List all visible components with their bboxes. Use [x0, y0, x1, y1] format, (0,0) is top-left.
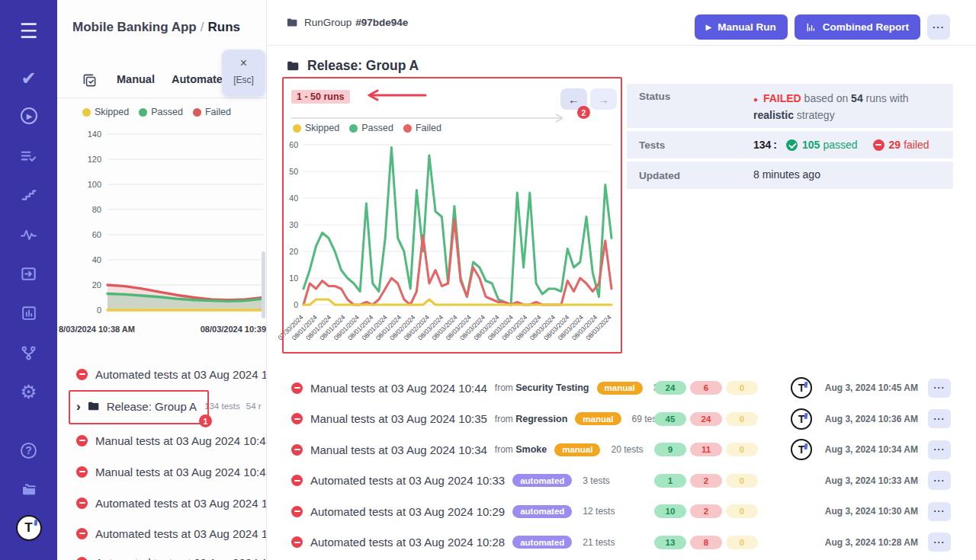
- run-title[interactable]: Manual tests at 03 Aug 2024 10:34: [310, 443, 487, 456]
- run-menu-button[interactable]: ···: [928, 409, 951, 428]
- result-pills: 2460: [654, 381, 758, 395]
- report-chart-icon: [806, 22, 817, 33]
- folder-icon: [87, 400, 99, 412]
- skipped-pill: 0: [726, 474, 758, 488]
- testomat-logo-icon: T: [791, 377, 812, 398]
- main-header: RunGroup #97bde94e ▶Manual Run Combined …: [267, 0, 976, 46]
- steps-icon[interactable]: [0, 182, 57, 208]
- legend-passed: Passed: [139, 107, 183, 117]
- app-sidebar: ☰ ✔ ▶ ⚙ ? T: [0, 0, 57, 560]
- run-timestamp: Aug 3, 2024 10:45 AM: [825, 382, 918, 393]
- failed-status-icon: [291, 413, 303, 424]
- left-run-group-item[interactable]: ›Release: Group A134 tests54 r: [57, 397, 266, 415]
- run-title: Manual tests at 03 Aug 2024 10:42: [95, 466, 266, 478]
- run-row[interactable]: Automated tests at 03 Aug 2024 10:33auto…: [267, 466, 976, 497]
- run-menu-button[interactable]: ···: [928, 440, 951, 459]
- run-type-badge: automated: [512, 505, 572, 518]
- run-row[interactable]: Automated tests at 03 Aug 2024 10:29auto…: [267, 496, 976, 527]
- left-run-item[interactable]: Automated tests at 03 Aug 2024 10: [57, 553, 266, 560]
- check-icon[interactable]: ✔: [0, 66, 57, 91]
- chevron-right-icon[interactable]: ›: [76, 400, 81, 413]
- run-row[interactable]: Manual tests at 03 Aug 2024 10:34from Sm…: [267, 434, 976, 466]
- passed-pill: 24: [654, 381, 686, 395]
- svg-text:0: 0: [294, 300, 298, 309]
- svg-text:50: 50: [289, 167, 298, 176]
- passed-pill: 10: [654, 504, 686, 518]
- svg-text:120: 120: [88, 155, 101, 164]
- list-check-icon[interactable]: [0, 143, 57, 169]
- result-pills: 1380: [654, 536, 758, 549]
- failed-status-icon: [76, 466, 88, 478]
- run-menu-button[interactable]: ···: [928, 533, 951, 552]
- settings-gear-icon[interactable]: ⚙: [0, 379, 57, 405]
- project-name[interactable]: Mobile Banking App: [72, 20, 197, 34]
- help-icon[interactable]: ?: [0, 437, 57, 463]
- run-title: Automated tests at 03 Aug 2024 10: [95, 527, 266, 540]
- run-row[interactable]: Manual tests at 03 Aug 2024 10:44from Se…: [267, 373, 976, 404]
- esc-dismiss-card[interactable]: × [Esc]: [222, 50, 265, 97]
- run-menu-button[interactable]: ···: [928, 379, 951, 398]
- left-run-item[interactable]: Automated tests at 03 Aug 2024 10: [57, 365, 266, 383]
- failed-status-icon: [291, 475, 303, 486]
- svg-text:60: 60: [289, 140, 298, 149]
- header-menu-button[interactable]: ···: [927, 14, 950, 40]
- git-branch-icon[interactable]: [0, 340, 57, 366]
- legend-failed: Failed: [193, 107, 231, 117]
- menu-icon[interactable]: ☰: [0, 18, 57, 44]
- play-circle-icon[interactable]: ▶: [0, 103, 57, 129]
- tests-count: 21 tests: [583, 537, 615, 548]
- page-title: Runs: [208, 20, 241, 34]
- left-run-item[interactable]: Automated tests at 03 Aug 2024 10: [57, 494, 266, 512]
- run-title[interactable]: Automated tests at 03 Aug 2024 10:28: [310, 536, 505, 549]
- rungroup-breadcrumb: RunGroup #97bde94e: [286, 17, 408, 28]
- skipped-pill: 0: [726, 504, 758, 518]
- failed-dot-icon: ●: [753, 95, 758, 104]
- run-source: from Security Testing: [495, 382, 589, 393]
- skipped-pill: 0: [726, 443, 758, 456]
- legend-skipped: Skipped: [82, 107, 129, 117]
- run-menu-button[interactable]: ···: [928, 471, 951, 490]
- run-title[interactable]: Automated tests at 03 Aug 2024 10:29: [310, 505, 505, 518]
- run-title[interactable]: Manual tests at 03 Aug 2024 10:35: [310, 412, 487, 425]
- svg-text:8/03/2024 10:38 AM: 8/03/2024 10:38 AM: [59, 325, 135, 334]
- svg-text:140: 140: [88, 130, 101, 139]
- activity-icon[interactable]: [0, 222, 57, 248]
- left-run-item[interactable]: Manual tests at 03 Aug 2024 10:43: [57, 431, 266, 450]
- run-title[interactable]: Manual tests at 03 Aug 2024 10:44: [310, 382, 487, 395]
- result-pills: 1020: [654, 504, 758, 518]
- manual-run-button[interactable]: ▶Manual Run: [695, 14, 788, 40]
- breadcrumb-separator: /: [201, 20, 204, 34]
- left-panel-scrollbar[interactable]: [262, 251, 265, 318]
- updated-value: 8 minutes ago: [753, 167, 820, 184]
- run-row[interactable]: Manual tests at 03 Aug 2024 10:35from Re…: [267, 404, 976, 435]
- run-menu-button[interactable]: ···: [928, 502, 951, 521]
- left-run-item[interactable]: Manual tests at 03 Aug 2024 10:42: [57, 462, 266, 481]
- svg-text:80: 80: [92, 205, 101, 214]
- testomat-logo-icon[interactable]: T: [0, 515, 57, 541]
- run-title: Automated tests at 03 Aug 2024 10: [95, 497, 266, 510]
- chart-next-button[interactable]: →: [590, 88, 617, 110]
- combined-report-button[interactable]: Combined Report: [795, 14, 920, 40]
- select-all-icon[interactable]: [82, 73, 97, 91]
- tests-label: Tests: [639, 139, 753, 151]
- run-timestamp: Aug 3, 2024 10:34 AM: [825, 444, 918, 455]
- run-row[interactable]: Automated tests at 03 Aug 2024 10:28auto…: [267, 527, 976, 558]
- run-title[interactable]: Automated tests at 03 Aug 2024 10:33: [310, 474, 505, 487]
- run-type-badge: automated: [512, 474, 572, 487]
- failed-status-icon: [76, 369, 88, 380]
- rungroup-label: RunGroup: [304, 17, 352, 28]
- sign-in-icon[interactable]: [0, 261, 57, 286]
- tests-count: 20 tests: [611, 444, 643, 455]
- status-value: ● FAILED based on 54 runs with realistic…: [753, 91, 941, 123]
- bar-chart-icon[interactable]: [0, 300, 57, 326]
- run-title: Automated tests at 03 Aug 2024 10: [95, 556, 266, 560]
- run-timestamp: Aug 3, 2024 10:28 AM: [825, 537, 918, 548]
- pagination-arrow-icon: [290, 113, 573, 123]
- failed-dot-icon: [193, 108, 201, 117]
- folders-icon[interactable]: [0, 476, 57, 502]
- tab-manual[interactable]: Manual: [117, 73, 155, 85]
- tab-automated[interactable]: Automated: [172, 73, 230, 85]
- left-run-item[interactable]: Automated tests at 03 Aug 2024 10: [57, 524, 266, 542]
- esc-key-label: [Esc]: [222, 75, 265, 85]
- close-icon[interactable]: ×: [222, 56, 265, 70]
